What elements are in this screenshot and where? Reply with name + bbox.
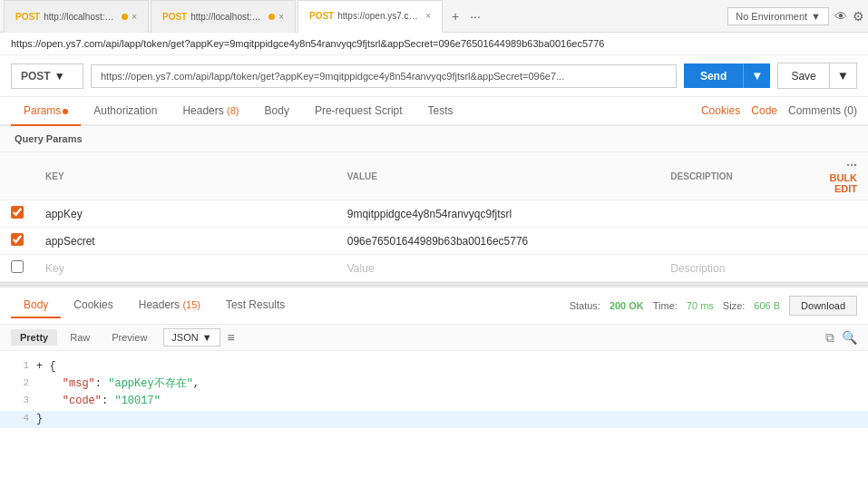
- download-button[interactable]: Download: [789, 296, 857, 316]
- tab-nav-tests[interactable]: Tests: [415, 97, 466, 124]
- code-line-3: 3 "code": "10017": [0, 393, 868, 410]
- chevron-down-icon: ▼: [811, 11, 821, 22]
- code-link[interactable]: Code: [751, 104, 777, 117]
- tab-1-close[interactable]: ×: [132, 12, 137, 22]
- save-dropdown-button[interactable]: ▼: [830, 63, 857, 89]
- tab-3[interactable]: POST https://open.ys7.com/a... ×: [297, 0, 443, 33]
- save-button-group: Save ▼: [777, 63, 857, 89]
- response-bar: Body Cookies Headers (15) Test Results S…: [0, 286, 868, 325]
- resp-tab-cookies[interactable]: Cookies: [61, 293, 125, 318]
- row1-checkbox[interactable]: [11, 206, 24, 219]
- tab-actions: + ···: [448, 7, 484, 25]
- url-display: https://open.ys7.com/api/lapp/token/get?…: [0, 33, 868, 55]
- time-label: Time:: [653, 300, 678, 311]
- line-content-4: }: [36, 411, 868, 428]
- tab-nav-params[interactable]: Params: [11, 97, 81, 126]
- format-label: JSON: [171, 332, 198, 343]
- tab-1-dot: [122, 14, 128, 20]
- send-dropdown-button[interactable]: ▼: [743, 63, 770, 88]
- col-value: VALUE: [336, 152, 660, 200]
- tab-nav-body[interactable]: Body: [252, 97, 302, 124]
- resp-tab-headers[interactable]: Headers (15): [126, 293, 213, 318]
- line-content-3: "code": "10017": [36, 393, 868, 410]
- row1-key[interactable]: appKey: [34, 200, 336, 228]
- raw-button[interactable]: Raw: [61, 329, 99, 346]
- tab-nav-prerequest[interactable]: Pre-request Script: [302, 97, 415, 124]
- search-icon[interactable]: 🔍: [842, 330, 857, 346]
- row2-key[interactable]: appSecret: [34, 228, 336, 255]
- tab-nav-authorization[interactable]: Authorization: [81, 97, 170, 124]
- placeholder-value[interactable]: Value: [336, 255, 660, 282]
- row2-checkbox-cell: [0, 228, 34, 255]
- format-chevron-icon: ▼: [202, 332, 212, 343]
- placeholder-description[interactable]: Description: [659, 255, 818, 282]
- eye-icon[interactable]: 👁: [834, 9, 847, 24]
- env-bar: No Environment ▼ 👁 ⚙: [727, 7, 864, 25]
- row2-description[interactable]: [659, 228, 818, 255]
- comments-link[interactable]: Comments (0): [788, 104, 857, 117]
- placeholder-checkbox[interactable]: [11, 260, 24, 273]
- preview-button[interactable]: Preview: [102, 329, 156, 346]
- code-line-2: 2 "msg": "appKey不存在",: [0, 376, 868, 393]
- status-value: 200 OK: [610, 300, 644, 311]
- line-num-4: 4: [0, 411, 36, 427]
- resp-headers-badge: (15): [182, 299, 200, 310]
- url-input[interactable]: [91, 64, 677, 88]
- code-line-1: 1 + {: [0, 358, 868, 376]
- indent-icon[interactable]: ≡: [228, 330, 235, 345]
- tab-2-url: http://localhost:8081/us...: [190, 12, 265, 22]
- save-button[interactable]: Save: [777, 63, 829, 89]
- line-num-2: 2: [0, 376, 36, 392]
- line-content-2: "msg": "appKey不存在",: [36, 376, 868, 393]
- request-tabs-nav: Params Authorization Headers (8) Body Pr…: [0, 97, 868, 126]
- placeholder-checkbox-cell: [0, 255, 34, 282]
- tab-3-close[interactable]: ×: [425, 11, 431, 21]
- status-label: Status:: [570, 300, 600, 311]
- tab-3-method: POST: [309, 11, 334, 21]
- tab-2-close[interactable]: ×: [278, 12, 284, 22]
- col-actions: ··· Bulk Edit: [818, 152, 868, 200]
- env-label: No Environment: [736, 11, 807, 22]
- row1-actions: [818, 200, 868, 228]
- row1-description[interactable]: [659, 200, 818, 228]
- row2-checkbox[interactable]: [11, 233, 24, 246]
- copy-icon[interactable]: ⧉: [825, 330, 834, 346]
- row2-value[interactable]: 096e76501644989b63ba0016ec5776: [336, 228, 660, 255]
- col-checkbox: [0, 152, 34, 200]
- bulk-edit-button[interactable]: Bulk Edit: [829, 172, 857, 194]
- params-dot: [63, 109, 68, 114]
- send-button[interactable]: Send: [684, 63, 743, 88]
- tab-1-method: POST: [15, 12, 40, 22]
- params-more-icon[interactable]: ···: [846, 158, 857, 172]
- request-tab-right-actions: Cookies Code Comments (0): [701, 104, 857, 117]
- row1-value[interactable]: 9mqitppidgce4y8n54ranvyqc9fjtsrl: [336, 200, 660, 228]
- tab-2-dot: [268, 14, 275, 20]
- format-select[interactable]: JSON ▼: [163, 328, 219, 346]
- environment-select[interactable]: No Environment ▼: [727, 7, 829, 25]
- size-label: Size:: [723, 300, 745, 311]
- table-row: appKey 9mqitppidgce4y8n54ranvyqc9fjtsrl: [0, 200, 868, 228]
- query-params-title: Query Params: [0, 126, 868, 152]
- add-tab-button[interactable]: +: [448, 7, 463, 25]
- tab-1[interactable]: POST http://localhost:8081/us... ×: [4, 0, 149, 33]
- tab-2-method: POST: [162, 12, 187, 22]
- tab-3-url: https://open.ys7.com/a...: [337, 11, 422, 21]
- resp-tab-body[interactable]: Body: [11, 293, 61, 318]
- more-tabs-button[interactable]: ···: [466, 7, 484, 25]
- line-content-1: + {: [36, 358, 868, 376]
- line-num-1: 1: [0, 358, 36, 375]
- resp-tab-test-results[interactable]: Test Results: [213, 293, 297, 318]
- tab-2[interactable]: POST http://localhost:8081/us... ×: [151, 0, 296, 33]
- table-row: appSecret 096e76501644989b63ba0016ec5776: [0, 228, 868, 255]
- placeholder-actions: [818, 255, 868, 282]
- code-line-4: 4 }: [0, 411, 868, 428]
- tab-1-url: http://localhost:8081/us...: [44, 12, 118, 22]
- cookies-link[interactable]: Cookies: [701, 104, 740, 117]
- pretty-button[interactable]: Pretty: [11, 329, 57, 346]
- placeholder-key[interactable]: Key: [34, 255, 336, 282]
- size-value: 606 B: [754, 300, 780, 311]
- method-select[interactable]: POST ▼: [11, 63, 83, 89]
- tab-bar: POST http://localhost:8081/us... × POST …: [0, 0, 868, 33]
- tab-nav-headers[interactable]: Headers (8): [170, 97, 251, 124]
- gear-icon[interactable]: ⚙: [853, 9, 864, 24]
